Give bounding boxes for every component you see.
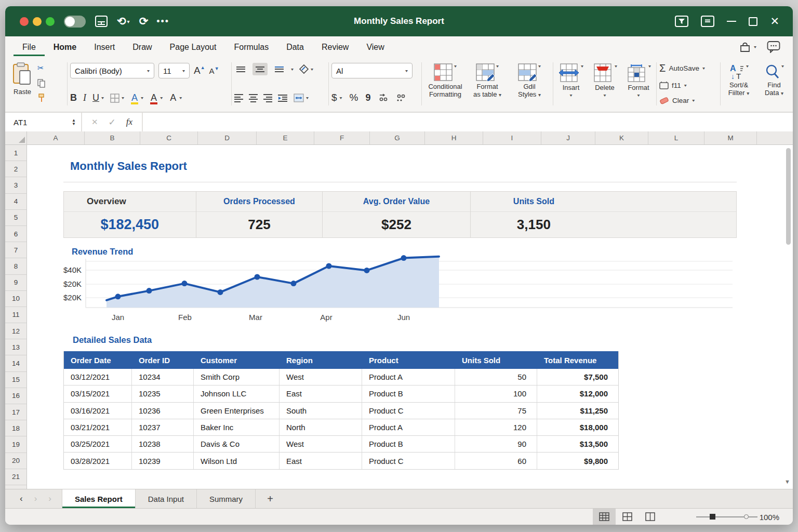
row-header-13[interactable]: 13: [5, 339, 26, 355]
italic-button[interactable]: I: [83, 92, 86, 103]
row-header-21[interactable]: 21: [5, 469, 26, 485]
row-header-18[interactable]: 18: [5, 420, 26, 436]
formula-input[interactable]: [143, 113, 793, 131]
column-header-product[interactable]: Product: [362, 351, 455, 369]
insert-function-button[interactable]: fx: [126, 117, 132, 127]
align-top-button[interactable]: [234, 63, 247, 75]
underline-button[interactable]: U▾: [92, 92, 104, 103]
align-bottom-button[interactable]: [273, 63, 286, 75]
font-size-select[interactable]: 11▾: [158, 63, 190, 78]
add-sheet-button[interactable]: +: [256, 489, 285, 508]
sheet-tab-data-input[interactable]: Data Input: [136, 489, 197, 508]
table-row[interactable]: 03/12/202110234Smith CorpWestProduct A50…: [64, 369, 618, 385]
menu-tab-draw[interactable]: Draw: [124, 38, 161, 56]
share-button[interactable]: ▾: [739, 41, 756, 52]
column-header-total-revenue[interactable]: Total Revenue: [537, 351, 618, 369]
align-right-button[interactable]: [263, 93, 272, 104]
maximize-icon[interactable]: [749, 17, 757, 26]
decrease-font-button[interactable]: A▼: [209, 66, 219, 75]
name-box-stepper[interactable]: ▲▼: [72, 118, 76, 126]
row-header-11[interactable]: 11: [5, 307, 26, 323]
column-header-A[interactable]: A: [27, 131, 85, 144]
minimize-icon[interactable]: [727, 21, 736, 22]
indent-button[interactable]: [278, 94, 288, 102]
find-data-button[interactable]: ▾FindData ▾: [759, 63, 790, 107]
column-header-order-id[interactable]: Order ID: [132, 351, 194, 369]
menu-tab-page-layout[interactable]: Page Layout: [161, 38, 225, 56]
menu-tab-formulas[interactable]: Formulas: [225, 38, 277, 56]
name-box[interactable]: AT1 ▲▼: [5, 113, 82, 131]
row-header-15[interactable]: 15: [5, 372, 26, 388]
paste-button[interactable]: Raste: [12, 62, 32, 107]
table-row[interactable]: 03/15/202110235Johnson LLCEastProduct B1…: [64, 385, 618, 402]
row-header-4[interactable]: 4: [5, 194, 26, 210]
menu-tab-home[interactable]: Home: [45, 38, 85, 56]
menu-tab-insert[interactable]: Insert: [85, 38, 124, 56]
menu-tab-view[interactable]: View: [357, 38, 393, 56]
column-header-B[interactable]: B: [85, 131, 140, 144]
prev-sheet-button[interactable]: ‹: [20, 494, 23, 504]
column-header-units-sold[interactable]: Units Sold: [455, 351, 537, 369]
table-row[interactable]: 03/16/202110236Green EnterprisesSouthPro…: [64, 403, 618, 419]
zoom-slider-handle[interactable]: [710, 514, 715, 520]
conditional-formatting-button[interactable]: ▾ConditionalFormatting: [424, 63, 466, 107]
column-header-M[interactable]: M: [704, 131, 757, 144]
column-header-J[interactable]: J: [541, 131, 595, 144]
sheet-grid[interactable]: Monthly Sales Report Overview$182,450Ord…: [27, 145, 793, 489]
currency-format-button[interactable]: $▾: [331, 92, 342, 103]
align-middle-button[interactable]: [252, 63, 268, 75]
orientation-button[interactable]: ▾: [299, 64, 313, 74]
normal-view-button[interactable]: [593, 509, 616, 525]
row-header-20[interactable]: 20: [5, 453, 26, 469]
column-header-L[interactable]: L: [648, 131, 704, 144]
menu-tab-data[interactable]: Data: [277, 38, 313, 56]
zoom-slider[interactable]: [696, 509, 757, 525]
confirm-icon[interactable]: ✓: [109, 117, 116, 128]
column-header-G[interactable]: G: [370, 131, 425, 144]
row-header-10[interactable]: 10: [5, 291, 26, 307]
column-header-H[interactable]: H: [425, 131, 483, 144]
column-header-I[interactable]: I: [483, 131, 541, 144]
row-header-19[interactable]: 19: [5, 436, 26, 453]
format-as-table-button[interactable]: ▾Formatas table ▾: [467, 63, 508, 107]
column-header-C[interactable]: C: [140, 131, 198, 144]
column-header-F[interactable]: F: [314, 131, 370, 144]
menu-tab-review[interactable]: Review: [313, 38, 357, 56]
cut-button[interactable]: ✂: [37, 63, 46, 73]
scroll-down-arrow[interactable]: ▼: [784, 478, 790, 485]
insert-cells-button[interactable]: ▾Insart▾: [556, 63, 586, 107]
vertical-scrollbar[interactable]: [786, 148, 791, 245]
increase-decimal-button[interactable]: [378, 94, 389, 102]
row-header-2[interactable]: 2: [5, 161, 26, 177]
merge-center-button[interactable]: ▾: [294, 94, 309, 102]
page-layout-view-button[interactable]: [616, 509, 639, 525]
row-header-6[interactable]: 6: [5, 226, 26, 242]
align-left-button[interactable]: [234, 93, 243, 104]
select-all-corner[interactable]: [5, 131, 27, 144]
table-row[interactable]: 03/28/202110239Wilson LtdEastProduct C60…: [64, 453, 618, 469]
font-color-button[interactable]: A▾: [150, 92, 163, 103]
text-style-button[interactable]: A▾: [169, 92, 182, 103]
format-painter-button[interactable]: [37, 94, 46, 102]
delete-cells-button[interactable]: ▾Delete▾: [590, 63, 620, 107]
page-break-view-button[interactable]: [639, 509, 661, 525]
row-header-14[interactable]: 14: [5, 355, 26, 371]
increase-font-button[interactable]: A▲: [194, 65, 205, 76]
highlight-color-button[interactable]: A▾: [130, 92, 143, 103]
column-header-region[interactable]: Region: [280, 351, 362, 369]
close-icon[interactable]: ✕: [770, 15, 779, 28]
sheet-tab-summary[interactable]: Summary: [197, 489, 256, 508]
row-header-17[interactable]: 17: [5, 404, 26, 420]
comments-button[interactable]: [767, 41, 780, 53]
row-header-9[interactable]: 9: [5, 275, 26, 291]
sheet-tab-sales-report[interactable]: Sales Report: [62, 489, 136, 508]
number-format-select[interactable]: Al▾: [331, 63, 413, 78]
column-header-K[interactable]: K: [595, 131, 648, 144]
column-header-D[interactable]: D: [198, 131, 257, 144]
fill-button[interactable]: f11▾: [659, 81, 717, 89]
row-header-16[interactable]: 16: [5, 388, 26, 404]
format-cells-button[interactable]: ▾Format▾: [623, 63, 654, 107]
clear-button[interactable]: Clear▾: [659, 96, 717, 104]
comma-format-button[interactable]: 9: [366, 92, 371, 103]
cancel-icon[interactable]: ✕: [91, 117, 98, 127]
